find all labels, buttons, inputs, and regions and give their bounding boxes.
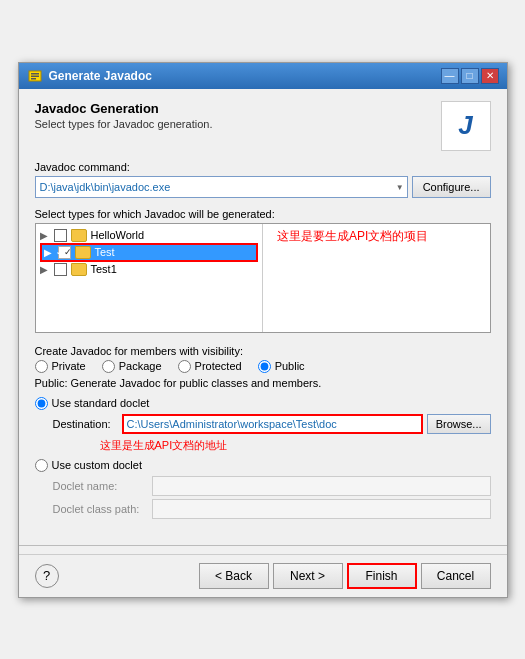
dialog-icon xyxy=(27,68,43,84)
radio-protected[interactable]: Protected xyxy=(178,360,242,373)
tree-item-test1[interactable]: ▶ Test1 xyxy=(40,262,259,277)
doclet-name-input[interactable] xyxy=(152,476,491,496)
tree-item-test-label: Test xyxy=(95,246,115,258)
doclet-fields: Doclet name: Doclet class path: xyxy=(53,476,491,519)
command-row: Configure... xyxy=(35,176,491,198)
command-select-wrapper xyxy=(35,176,408,198)
separator xyxy=(19,545,507,546)
command-label: Javadoc command: xyxy=(35,161,491,173)
section-subtitle: Select types for Javadoc generation. xyxy=(35,118,213,130)
close-button[interactable]: ✕ xyxy=(481,68,499,84)
radio-package-label: Package xyxy=(119,360,162,372)
radio-private-input[interactable] xyxy=(35,360,48,373)
types-annotation: 这里是要生成API文档的项目 xyxy=(277,229,428,243)
configure-button[interactable]: Configure... xyxy=(412,176,491,198)
title-bar: Generate Javadoc — □ ✕ xyxy=(19,63,507,89)
folder-icon-helloworld xyxy=(71,229,87,242)
custom-doclet-radio[interactable] xyxy=(35,459,48,472)
doclet-name-row: Doclet name: xyxy=(53,476,491,496)
command-input[interactable] xyxy=(35,176,408,198)
folder-icon-test1 xyxy=(71,263,87,276)
radio-protected-input[interactable] xyxy=(178,360,191,373)
svg-rect-3 xyxy=(31,78,36,80)
doclet-classpath-row: Doclet class path: xyxy=(53,499,491,519)
radio-protected-label: Protected xyxy=(195,360,242,372)
types-label: Select types for which Javadoc will be g… xyxy=(35,208,491,220)
checkbox-helloworld[interactable] xyxy=(54,229,67,242)
tree-item-test1-label: Test1 xyxy=(91,263,117,275)
title-bar-left: Generate Javadoc xyxy=(27,68,152,84)
tree-item-helloworld[interactable]: ▶ HelloWorld xyxy=(40,228,259,243)
destination-annotation: 这里是生成API文档的地址 xyxy=(100,438,491,453)
custom-doclet-label: Use custom doclet xyxy=(52,459,142,471)
back-button[interactable]: < Back xyxy=(199,563,269,589)
visibility-desc: Public: Generate Javadoc for public clas… xyxy=(35,377,491,389)
svg-rect-2 xyxy=(31,75,39,77)
title-bar-controls: — □ ✕ xyxy=(441,68,499,84)
detail-panel: 这里是要生成API文档的项目 xyxy=(263,224,490,332)
minimize-button[interactable]: — xyxy=(441,68,459,84)
expand-arrow-test1: ▶ xyxy=(40,264,52,275)
section-title: Javadoc Generation xyxy=(35,101,213,116)
standard-doclet-radio[interactable] xyxy=(35,397,48,410)
radio-public[interactable]: Public xyxy=(258,360,305,373)
folder-icon-test xyxy=(75,246,91,259)
radio-public-input[interactable] xyxy=(258,360,271,373)
visibility-row: Private Package Protected Public xyxy=(35,360,491,373)
radio-private-label: Private xyxy=(52,360,86,372)
types-panel: ▶ HelloWorld ▶ ✓ Test xyxy=(35,223,491,333)
javadoc-logo: J xyxy=(441,101,491,151)
radio-public-label: Public xyxy=(275,360,305,372)
browse-button[interactable]: Browse... xyxy=(427,414,491,434)
tree-item-helloworld-label: HelloWorld xyxy=(91,229,145,241)
doclet-classpath-input[interactable] xyxy=(152,499,491,519)
generate-javadoc-dialog: Generate Javadoc — □ ✕ Javadoc Generatio… xyxy=(18,62,508,598)
standard-doclet-radio-label[interactable]: Use standard doclet xyxy=(35,397,491,410)
finish-button[interactable]: Finish xyxy=(347,563,417,589)
standard-doclet-section: Use standard doclet Destination: Browse.… xyxy=(35,397,491,453)
custom-doclet-radio-label[interactable]: Use custom doclet xyxy=(35,459,491,472)
maximize-button[interactable]: □ xyxy=(461,68,479,84)
visibility-label: Create Javadoc for members with visibili… xyxy=(35,345,491,357)
expand-arrow: ▶ xyxy=(40,230,52,241)
tree-item-test[interactable]: ▶ ✓ Test xyxy=(40,243,259,262)
svg-rect-1 xyxy=(31,73,39,75)
standard-doclet-label: Use standard doclet xyxy=(52,397,150,409)
next-button[interactable]: Next > xyxy=(273,563,343,589)
radio-private[interactable]: Private xyxy=(35,360,86,373)
destination-label: Destination: xyxy=(53,418,118,430)
doclet-classpath-label: Doclet class path: xyxy=(53,503,148,515)
header-section: Javadoc Generation Select types for Java… xyxy=(35,101,213,140)
checkbox-test1[interactable] xyxy=(54,263,67,276)
radio-package[interactable]: Package xyxy=(102,360,162,373)
destination-input[interactable] xyxy=(122,414,423,434)
checkbox-test[interactable]: ✓ xyxy=(58,246,71,259)
visibility-section: Create Javadoc for members with visibili… xyxy=(35,345,491,389)
help-button[interactable]: ? xyxy=(35,564,59,588)
dialog-content: Javadoc Generation Select types for Java… xyxy=(19,89,507,535)
doclet-name-label: Doclet name: xyxy=(53,480,148,492)
bottom-bar: ? < Back Next > Finish Cancel xyxy=(19,554,507,597)
dialog-title: Generate Javadoc xyxy=(49,69,152,83)
tree-panel: ▶ HelloWorld ▶ ✓ Test xyxy=(36,224,264,332)
bottom-buttons: < Back Next > Finish Cancel xyxy=(199,563,491,589)
expand-arrow-test: ▶ xyxy=(44,247,56,258)
cancel-button[interactable]: Cancel xyxy=(421,563,491,589)
radio-package-input[interactable] xyxy=(102,360,115,373)
custom-doclet-section: Use custom doclet Doclet name: Doclet cl… xyxy=(35,459,491,519)
destination-row: Destination: Browse... xyxy=(53,414,491,434)
